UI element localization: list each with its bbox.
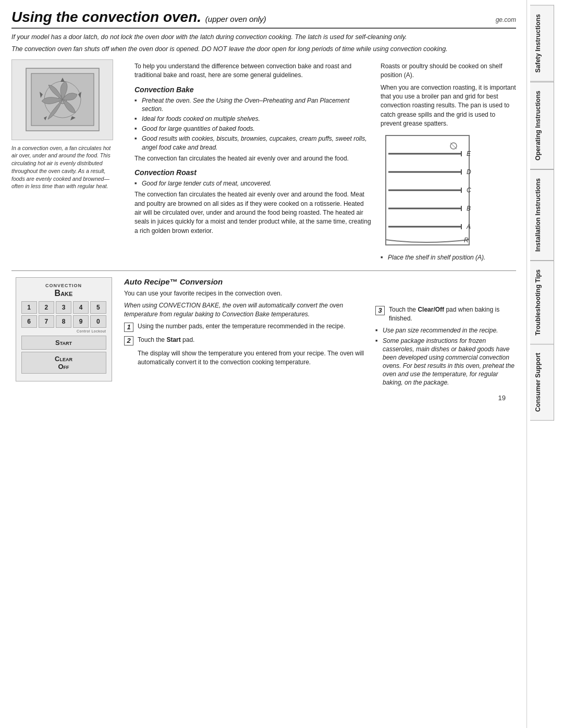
shelf-text2: When you are convection roasting, it is … [381, 83, 516, 129]
btn-5[interactable]: 5 [90, 301, 106, 314]
middle-column: To help you understand the difference be… [134, 59, 372, 263]
section-divider [11, 270, 516, 271]
recipe-bullet-1: Use pan size recommended in the recipe. [375, 326, 516, 335]
control-panel: Convection Bake 1 2 3 4 5 6 7 8 9 0 [16, 277, 112, 381]
step-2: 2 Touch the Start pad. [124, 336, 367, 346]
control-main-label: Bake [21, 289, 106, 298]
roast-body: The convection fan circulates the heated… [134, 190, 372, 236]
bottom-right: 3 Touch the Clear/Off pad when baking is… [375, 277, 516, 389]
step-1-text: Using the number pads, enter the tempera… [138, 322, 367, 332]
svg-text:A: A [466, 223, 471, 230]
btn-3[interactable]: 3 [56, 301, 71, 314]
btn-6[interactable]: 6 [21, 315, 37, 328]
btn-2[interactable]: 2 [39, 301, 54, 314]
image-caption: In a convection oven, a fan circulates h… [11, 144, 113, 190]
bottom-left: Convection Bake 1 2 3 4 5 6 7 8 9 0 [11, 277, 116, 389]
shelf-diagram-container: E D C B [381, 133, 516, 249]
number-grid-row2: 6 7 8 9 0 [21, 315, 106, 328]
step-3-num: 3 [375, 306, 385, 315]
step-2-text: Touch the Start pad. [138, 336, 367, 346]
step-2-body: The display will show the temperature yo… [138, 349, 367, 367]
svg-text:D: D [467, 168, 471, 176]
start-button[interactable]: Start [21, 336, 106, 350]
intro-guidelines: To help you understand the difference be… [134, 62, 372, 80]
svg-text:C: C [467, 187, 471, 194]
btn-1[interactable]: 1 [21, 301, 37, 314]
btn-4[interactable]: 4 [73, 301, 89, 314]
body-section: In a convection oven, a fan circulates h… [11, 59, 516, 263]
oven-image [11, 59, 113, 140]
btn-8[interactable]: 8 [56, 315, 71, 328]
step-1: 1 Using the number pads, enter the tempe… [124, 322, 367, 332]
auto-recipe-heading: Auto Recipe™ Conversion [124, 277, 367, 286]
bake-bullet-4: Good results with cookies, biscuits, bro… [134, 134, 372, 151]
step-3-text: Touch the Clear/Off pad when baking is f… [389, 305, 516, 323]
shelf-bullet: Place the shelf in shelf position (A). [381, 253, 516, 262]
page-number: 19 [11, 394, 516, 402]
recipe-bullet-2: Some package instructions for frozen cas… [375, 337, 516, 387]
control-top-label: Convection [21, 283, 106, 288]
svg-text:B: B [467, 205, 471, 212]
bottom-section: Convection Bake 1 2 3 4 5 6 7 8 9 0 [11, 277, 516, 389]
convection-roast-heading: Convection Roast [134, 168, 372, 177]
step-1-num: 1 [124, 323, 133, 332]
subtitle-text: (upper oven only) [205, 15, 266, 23]
shelf-diagram: E D C B [381, 133, 485, 248]
title-text: Using the convection oven. [11, 9, 201, 25]
sidebar-tab-consumer[interactable]: Consumer Support [530, 344, 554, 421]
page-header: Using the convection oven. (upper oven o… [11, 9, 516, 29]
intro-line2: The convection oven fan shuts off when t… [11, 45, 516, 54]
svg-text:E: E [467, 150, 471, 157]
bake-bullet-2: Ideal for foods cooked on multiple shelv… [134, 115, 372, 123]
intro-line1: If your model has a door latch, do not l… [11, 33, 516, 42]
sidebar-tabs: Safety Instructions Operating Instructio… [527, 0, 557, 728]
clear-off-button[interactable]: Clear Off [21, 352, 106, 374]
sidebar-tab-troubleshooting[interactable]: Troubleshooting Tips [530, 261, 554, 344]
left-column: In a convection oven, a fan circulates h… [11, 59, 126, 263]
svg-text:R: R [464, 237, 469, 244]
step-3: 3 Touch the Clear/Off pad when baking is… [375, 305, 516, 323]
step-2-num: 2 [124, 336, 133, 346]
bake-bullet-1: Preheat the oven. See the Using the Oven… [134, 96, 372, 113]
convection-bake-heading: Convection Bake [134, 85, 372, 94]
main-content: Using the convection oven. (upper oven o… [0, 0, 527, 728]
sidebar-tab-operating[interactable]: Operating Instructions [530, 82, 554, 169]
btn-9[interactable]: 9 [73, 315, 89, 328]
oven-illustration [21, 63, 104, 136]
auto-recipe-italic: When using CONVECTION BAKE, the oven wil… [124, 301, 367, 319]
site-url: ge.com [496, 16, 516, 23]
btn-7[interactable]: 7 [39, 315, 54, 328]
shelf-text1: Roasts or poultry should be cooked on sh… [381, 62, 516, 80]
convection-bake-bullets: Preheat the oven. See the Using the Oven… [134, 96, 372, 152]
page-wrapper: Using the convection oven. (upper oven o… [0, 0, 563, 728]
right-column: Roasts or poultry should be cooked on sh… [381, 59, 516, 263]
page-title: Using the convection oven. (upper oven o… [11, 9, 266, 26]
number-grid-row1: 1 2 3 4 5 [21, 301, 106, 314]
auto-recipe-intro: You can use your favorite recipes in the… [124, 289, 367, 298]
sidebar-tab-safety[interactable]: Safety Instructions [530, 5, 554, 82]
bottom-middle: Auto Recipe™ Conversion You can use your… [124, 277, 367, 389]
btn-0[interactable]: 0 [90, 315, 106, 328]
sidebar-tab-installation[interactable]: Installation Instructions [530, 169, 554, 261]
roast-bullet-1: Good for large tender cuts of meat, unco… [134, 179, 372, 188]
bake-bullet-3: Good for large quantities of baked foods… [134, 125, 372, 133]
control-lockout-label: Control Lockout [21, 329, 106, 333]
bake-body: The convection fan circulates the heated… [134, 154, 372, 163]
